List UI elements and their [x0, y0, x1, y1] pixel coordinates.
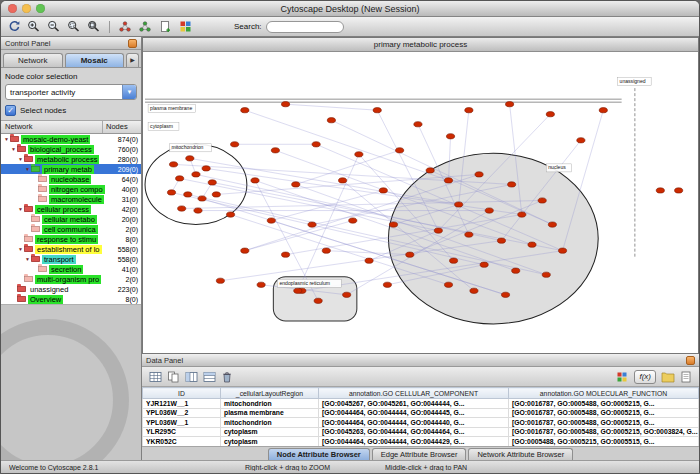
- network-node[interactable]: [169, 162, 177, 167]
- tab-scroll-right-icon[interactable]: ▶: [126, 53, 139, 67]
- network-node[interactable]: [444, 178, 452, 183]
- network-node[interactable]: [373, 108, 381, 113]
- zoom-out-button[interactable]: [45, 19, 63, 34]
- network-node[interactable]: [406, 252, 414, 257]
- float-panel-icon[interactable]: [128, 39, 137, 48]
- tree-row-unassigned[interactable]: unassigned223(0): [1, 284, 141, 294]
- network-node[interactable]: [322, 248, 330, 253]
- network-node[interactable]: [546, 112, 554, 117]
- tree-row-nitrogen-compo[interactable]: nitrogen compo40(0): [1, 184, 141, 194]
- network-node[interactable]: [212, 192, 220, 197]
- column-header--cellularlayoutregion[interactable]: _cellularLayoutRegion: [221, 388, 319, 399]
- refresh-button[interactable]: [5, 19, 23, 34]
- table-cell[interactable]: cytoplasm: [221, 437, 319, 447]
- expander-icon[interactable]: ▼: [3, 136, 10, 142]
- trash-button[interactable]: [219, 370, 235, 384]
- fx-button[interactable]: f(x): [634, 370, 656, 384]
- table-cell[interactable]: YJR121W__1: [143, 399, 221, 409]
- expander-icon[interactable]: ▼: [17, 206, 24, 212]
- tree-row-nucleobase[interactable]: nucleobase64(0): [1, 174, 141, 184]
- network-node[interactable]: [343, 292, 351, 297]
- table-cell[interactable]: YPL036W__1: [143, 418, 221, 428]
- network-node[interactable]: [365, 258, 373, 263]
- table-cell[interactable]: YKR052C: [143, 437, 221, 447]
- network-node[interactable]: [497, 238, 505, 243]
- network-node[interactable]: [271, 148, 279, 153]
- table-cell[interactable]: [GO:0044464, GO:0044444, GO:0044429, G..…: [319, 437, 509, 447]
- tree-row-cellular-process[interactable]: ▼cellular process42(0): [1, 204, 141, 214]
- table-cell[interactable]: mitochondrion: [221, 399, 319, 409]
- folder-button[interactable]: [660, 370, 676, 384]
- sheet-button[interactable]: [678, 370, 694, 384]
- network-node[interactable]: [485, 208, 493, 213]
- table-cell[interactable]: YLR295C: [143, 427, 221, 437]
- column-header-annotation-go-molecular-function[interactable]: annotation.GO MOLECULAR_FUNCTION: [509, 388, 699, 399]
- network-node[interactable]: [339, 178, 347, 183]
- expander-icon[interactable]: ▼: [10, 146, 17, 152]
- zoom-fit-button[interactable]: [85, 19, 103, 34]
- network-node[interactable]: [251, 178, 259, 183]
- network-node[interactable]: [548, 222, 556, 227]
- tree-row-mosaic-demo-yeast[interactable]: ▼mosaic-demo-yeast874(0): [1, 134, 141, 144]
- table-cell[interactable]: YPL036W__2: [143, 408, 221, 418]
- tree-row-multi-organism-pro[interactable]: multi-organism pro2(0): [1, 274, 141, 284]
- table-cell[interactable]: [GO:0005488, GO:0005215, GO:0005515, G..…: [509, 437, 699, 447]
- network-node[interactable]: [267, 218, 275, 223]
- network-node[interactable]: [281, 252, 289, 257]
- tree-header-nodes[interactable]: Nodes: [103, 121, 141, 133]
- expander-icon[interactable]: ▼: [17, 156, 24, 162]
- network-node[interactable]: [675, 188, 683, 193]
- network-node[interactable]: [506, 102, 514, 107]
- network-node[interactable]: [434, 228, 442, 233]
- table-cell[interactable]: [GO:0016787, GO:0005488, GO:0005215, G..…: [509, 399, 699, 409]
- network-node[interactable]: [528, 242, 536, 247]
- network-node[interactable]: [194, 208, 202, 213]
- network-node[interactable]: [184, 192, 192, 197]
- zoom-in-button[interactable]: [25, 19, 43, 34]
- network-node[interactable]: [501, 292, 509, 297]
- network-node[interactable]: [202, 166, 210, 171]
- network-node[interactable]: [508, 182, 516, 187]
- network-node[interactable]: [327, 118, 335, 123]
- network-node[interactable]: [512, 268, 520, 273]
- expander-icon[interactable]: ▼: [17, 246, 24, 252]
- grid-button[interactable]: [614, 370, 630, 384]
- search-input[interactable]: [266, 21, 344, 33]
- table-cell[interactable]: [GO:0016787, GO:0005488, GO:0005215, G..…: [509, 418, 699, 428]
- network-node[interactable]: [426, 168, 434, 173]
- network-node[interactable]: [208, 180, 216, 185]
- close-button[interactable]: [8, 4, 17, 13]
- network-node[interactable]: [444, 282, 452, 287]
- expander-icon[interactable]: ▼: [24, 166, 31, 172]
- network-node[interactable]: [349, 218, 357, 223]
- table-cell[interactable]: plasma membrane: [221, 408, 319, 418]
- table-cell[interactable]: [GO:0016787, GO:0005488, GO:0005215, GO:…: [509, 427, 699, 437]
- network-node[interactable]: [227, 212, 235, 217]
- network-node[interactable]: [231, 142, 239, 147]
- tree-row-primary-metab[interactable]: ▼primary metab209(0): [1, 164, 141, 174]
- network-node[interactable]: [383, 282, 391, 287]
- network-node[interactable]: [216, 278, 224, 283]
- table-button[interactable]: [147, 370, 163, 384]
- node-color-dropdown[interactable]: transporter activity ▼: [5, 84, 137, 100]
- tab-mosaic[interactable]: Mosaic: [65, 53, 125, 67]
- window-titlebar[interactable]: Cytoscape Desktop (New Session): [1, 1, 699, 17]
- tree-row-establishment-of-lo[interactable]: ▼establishment of lo558(0): [1, 244, 141, 254]
- network-node[interactable]: [599, 108, 607, 113]
- tree-row-biological-process[interactable]: ▼biological_process760(0): [1, 144, 141, 154]
- network-node[interactable]: [656, 188, 664, 193]
- table-cell[interactable]: cytoplasm: [221, 427, 319, 437]
- network-node[interactable]: [470, 288, 478, 293]
- vizmap-button[interactable]: [176, 19, 194, 34]
- network-node[interactable]: [465, 108, 473, 113]
- tree-row-overview[interactable]: Overview8(0): [1, 294, 141, 304]
- maximize-button[interactable]: [36, 4, 45, 13]
- network-node[interactable]: [538, 198, 546, 203]
- tree-header-network[interactable]: Network: [1, 121, 103, 133]
- table-cell[interactable]: [GO:0044464, GO:0044444, GO:0044445, G..…: [319, 408, 509, 418]
- column-header-annotation-go-cellular-component[interactable]: annotation.GO CELLULAR_COMPONENT: [319, 388, 509, 399]
- network-node[interactable]: [294, 288, 302, 293]
- network-node[interactable]: [176, 176, 184, 181]
- tab-node-attribute-browser[interactable]: Node Attribute Browser: [268, 448, 370, 460]
- select-nodes-checkbox[interactable]: ✓: [5, 105, 16, 116]
